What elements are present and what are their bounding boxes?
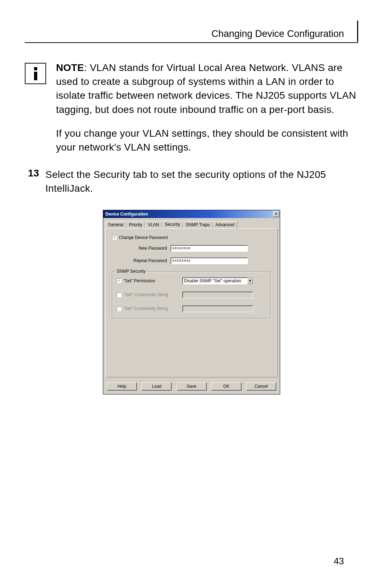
dialog-button-row: Help Load Save OK Cancel [103, 380, 280, 394]
set-community-input[interactable] [182, 305, 253, 312]
help-button[interactable]: Help [107, 382, 137, 391]
change-password-row: ✓ Change Device Password [112, 235, 271, 240]
tab-advanced[interactable]: Advanced [213, 221, 237, 229]
step-13: 13 Select the Security tab to set the se… [25, 168, 358, 195]
repeat-password-input[interactable]: xxxxxxxx [171, 257, 248, 264]
get-community-input[interactable] [182, 292, 253, 298]
change-password-label: Change Device Password [119, 235, 168, 240]
get-community-checkbox[interactable] [117, 293, 121, 297]
tab-priority[interactable]: Priority [126, 221, 145, 229]
new-password-input[interactable]: xxxxxxxx [171, 245, 248, 252]
set-permission-label: "Set" Permission [123, 278, 180, 283]
cancel-button[interactable]: Cancel [246, 382, 276, 391]
get-community-row: "Get" Community String [117, 292, 266, 298]
tab-general[interactable]: General [105, 221, 126, 229]
set-community-row: "Set" Community String [117, 305, 266, 312]
tab-bar: General Priority VLAN Security SNMP Trap… [103, 218, 280, 228]
header-title: Changing Device Configuration [211, 28, 344, 39]
set-community-checkbox[interactable] [117, 306, 121, 311]
note-label: NOTE [56, 62, 84, 73]
device-configuration-dialog: Device Configuration × General Priority … [103, 210, 280, 394]
set-permission-dropdown[interactable]: Disable SNMP "Set" operation ▼ [182, 277, 253, 284]
set-permission-row: ✓ "Set" Permission Disable SNMP "Set" op… [117, 277, 266, 284]
step-text: Select the Security tab to set the secur… [45, 168, 358, 195]
close-button[interactable]: × [273, 211, 279, 217]
repeat-password-row: Repeat Password xxxxxxxx [123, 257, 271, 264]
page-number: 43 [334, 556, 344, 567]
note-paragraph-2: If you change your VLAN settings, they s… [56, 126, 358, 154]
repeat-password-label: Repeat Password [123, 258, 167, 263]
tab-vlan[interactable]: VLAN [145, 221, 162, 229]
load-button[interactable]: Load [141, 382, 172, 391]
step-number: 13 [25, 168, 39, 195]
get-community-label: "Get" Community String [123, 292, 180, 297]
set-community-label: "Set" Community String [123, 306, 180, 311]
set-permission-value: Disable SNMP "Set" operation [183, 278, 247, 284]
note-paragraph-1: NOTE: VLAN stands for Virtual Local Area… [56, 61, 358, 116]
dropdown-arrow-icon[interactable]: ▼ [247, 278, 253, 284]
security-panel: ✓ Change Device Password New Password xx… [105, 228, 278, 377]
note-block: NOTE: VLAN stands for Virtual Local Area… [25, 61, 358, 116]
titlebar[interactable]: Device Configuration × [103, 210, 280, 218]
header-divider [357, 21, 358, 42]
note-text-1: : VLAN stands for Virtual Local Area Net… [56, 62, 356, 115]
snmp-legend: SNMP Security [115, 269, 147, 274]
change-password-checkbox[interactable]: ✓ [112, 235, 117, 240]
info-icon [25, 63, 46, 84]
dialog-title: Device Configuration [105, 212, 148, 217]
snmp-security-group: SNMP Security ✓ "Set" Permission Disable… [112, 271, 271, 319]
new-password-label: New Password [123, 246, 167, 251]
tab-security[interactable]: Security [162, 221, 183, 228]
save-button[interactable]: Save [177, 382, 207, 391]
page-header: Changing Device Configuration [25, 28, 358, 43]
tab-snmp-traps[interactable]: SNMP Traps [183, 221, 213, 229]
ok-button[interactable]: OK [211, 382, 242, 391]
set-permission-checkbox[interactable]: ✓ [117, 278, 121, 283]
new-password-row: New Password xxxxxxxx [123, 245, 271, 252]
